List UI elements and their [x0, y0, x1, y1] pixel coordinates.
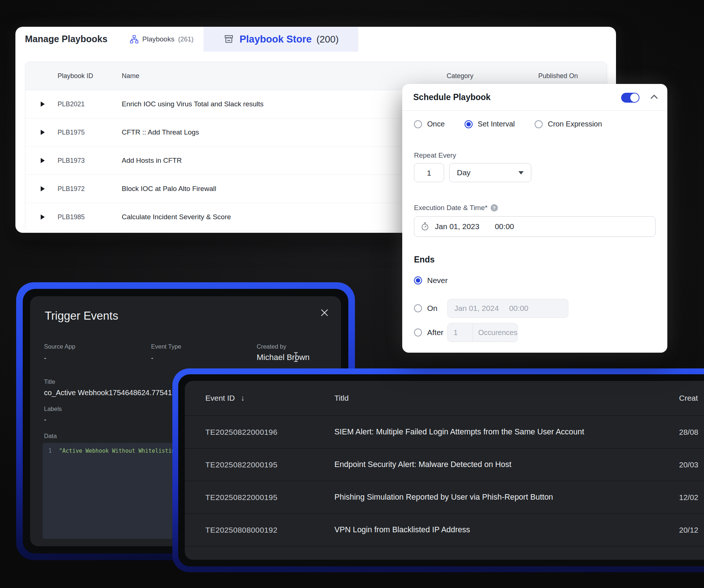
tab-store-count: (200) — [316, 34, 339, 45]
divider — [402, 110, 667, 111]
execution-datetime-field[interactable]: Jan 01, 2023 00:00 — [414, 216, 656, 237]
chevron-down-icon — [518, 171, 524, 174]
tab-playbooks[interactable]: Playbooks (261) — [130, 27, 194, 52]
event-row[interactable]: TE20250822000195 Phishing Simulation Rep… — [185, 481, 704, 514]
radio-ends-on[interactable]: On Jan 01, 2024 00:00 — [414, 299, 437, 318]
radio-once[interactable]: Once — [414, 120, 445, 128]
ends-on-datetime-field[interactable]: Jan 01, 2024 00:00 — [447, 299, 568, 318]
playbook-id: PLB1975 — [58, 118, 85, 146]
data-code-editor[interactable]: 1 "Active Webhook Without Whitelisting" — [43, 443, 190, 539]
repeat-every-label: Repeat Every — [414, 151, 456, 159]
playbook-id: PLB1985 — [58, 203, 85, 231]
col-created: Creat — [679, 381, 698, 415]
execution-datetime-label: Execution Date & Time* ? — [414, 204, 498, 212]
playbook-name: CFTR :: Add Threat Logs — [122, 118, 199, 146]
playbook-name: Enrich IOC using Virus Total and Slack r… — [122, 90, 264, 118]
col-name: Name — [122, 62, 139, 90]
radio-cron-expression[interactable]: Cron Expression — [535, 120, 602, 128]
ends-on-label: On — [427, 304, 437, 313]
expand-caret-icon[interactable] — [41, 102, 45, 107]
radio-set-interval-label: Set Interval — [478, 120, 515, 128]
event-id: TE20250822000195 — [205, 481, 278, 513]
radio-cron-label: Cron Expression — [548, 120, 602, 128]
events-table-card: Event ID ↓ Titld Creat TE20250822000196 … — [178, 374, 704, 566]
radio-set-interval[interactable]: Set Interval — [465, 120, 515, 128]
col-event-id: Event ID ↓ — [205, 381, 245, 415]
page-title: Manage Playbooks — [25, 34, 107, 44]
playbook-name: Block IOC at Palo Alto Firewall — [122, 175, 216, 203]
schedule-playbook-panel: Schedule Playbook Once Set Interval Cron… — [402, 84, 667, 353]
col-event-id-label: Event ID — [205, 381, 235, 415]
playbook-id: PLB1972 — [58, 175, 85, 203]
ends-after-placeholder: Occurences — [473, 328, 517, 337]
ends-heading: Ends — [414, 255, 434, 265]
page-background: { "colors": { "accent": "#2745E6", "togg… — [0, 0, 704, 588]
col-playbook-id: Playbook ID — [58, 62, 93, 90]
event-title: VPN Login from Blacklisted IP Address — [334, 514, 470, 546]
expand-caret-icon[interactable] — [41, 186, 45, 191]
repeat-every-inputs: 1 Day — [414, 163, 531, 182]
ends-on-date-value: Jan 01, 2024 — [454, 304, 499, 313]
ends-after-label: After — [427, 328, 443, 337]
ends-after-count-value: 1 — [448, 323, 473, 342]
storefront-icon — [223, 33, 235, 45]
execution-datetime-label-text: Execution Date & Time* — [414, 204, 488, 212]
ends-after-occurrences-field[interactable]: 1 Occurences — [447, 323, 518, 342]
schedule-mode-radio-group: Once Set Interval Cron Expression — [414, 120, 602, 128]
event-row[interactable]: TE20250822000195 Endpoint Security Alert… — [185, 449, 704, 481]
data-label: Data — [44, 433, 57, 440]
event-id: TE20250808000192 — [205, 514, 278, 546]
tab-playbooks-count: (261) — [178, 36, 194, 43]
sitemap-icon — [130, 35, 139, 44]
tab-playbooks-label: Playbooks — [142, 35, 175, 43]
radio-circle-selected[interactable] — [414, 276, 422, 284]
event-type-value: - — [151, 354, 153, 362]
radio-circle[interactable] — [414, 304, 422, 312]
event-created: 28/08 — [679, 416, 698, 448]
event-created: 12/02 — [679, 481, 698, 513]
help-icon[interactable]: ? — [491, 204, 498, 212]
expand-caret-icon[interactable] — [41, 158, 45, 163]
playbook-name: Calculate Incident Severity & Score — [122, 203, 231, 231]
radio-circle-selected[interactable] — [465, 120, 473, 128]
event-id: TE20250822000195 — [205, 449, 278, 481]
ends-on-time-value: 00:00 — [509, 304, 528, 313]
event-id: TE20250822000196 — [205, 416, 278, 448]
col-title: Titld — [334, 381, 349, 415]
chevron-up-icon[interactable] — [650, 94, 658, 99]
playbook-name: Add Hosts in CFTR — [122, 147, 182, 174]
line-number: 1 — [48, 448, 52, 454]
expand-caret-icon[interactable] — [41, 130, 45, 135]
radio-once-label: Once — [427, 120, 445, 128]
event-created: 20/12 — [679, 514, 698, 546]
tab-playbook-store[interactable]: Playbook Store (200) — [203, 27, 358, 52]
schedule-toggle[interactable] — [621, 93, 639, 103]
tab-store-label: Playbook Store — [239, 34, 312, 45]
created-by-value: Michael Brown — [257, 353, 309, 362]
radio-circle[interactable] — [414, 120, 422, 128]
events-table-gradient-frame: Event ID ↓ Titld Creat TE20250822000196 … — [172, 368, 704, 572]
radio-circle[interactable] — [414, 328, 422, 337]
radio-circle[interactable] — [535, 120, 543, 128]
code-string: "Active Webhook Without Whitelisting" — [59, 448, 182, 454]
events-table-panel: Event ID ↓ Titld Creat TE20250822000196 … — [185, 381, 704, 560]
event-row[interactable]: TE20250808000192 VPN Login from Blacklis… — [185, 514, 704, 547]
radio-ends-never[interactable]: Never — [414, 276, 448, 285]
close-icon[interactable] — [320, 309, 329, 317]
repeat-unit-select[interactable]: Day — [449, 163, 531, 182]
event-row[interactable]: TE20250822000196 SIEM Alert: Multiple Fa… — [185, 416, 704, 449]
schedule-title: Schedule Playbook — [413, 92, 491, 102]
sort-descending-icon[interactable]: ↓ — [241, 381, 245, 415]
playbook-id: PLB1973 — [58, 147, 85, 174]
stopwatch-icon — [420, 222, 430, 231]
events-table-header: Event ID ↓ Titld Creat — [185, 381, 704, 416]
playbook-id: PLB2021 — [58, 90, 85, 118]
ends-never-label: Never — [427, 276, 448, 285]
radio-ends-after[interactable]: After 1 Occurences — [414, 323, 443, 342]
repeat-count-input[interactable]: 1 — [414, 163, 444, 182]
expand-caret-icon[interactable] — [41, 214, 45, 220]
repeat-unit-value: Day — [457, 168, 470, 177]
code-line: 1 "Active Webhook Without Whitelisting" — [43, 443, 190, 454]
event-title: Phishing Simulation Reported by User via… — [334, 481, 553, 513]
event-title: Endpoint Security Alert: Malware Detecte… — [334, 449, 511, 481]
